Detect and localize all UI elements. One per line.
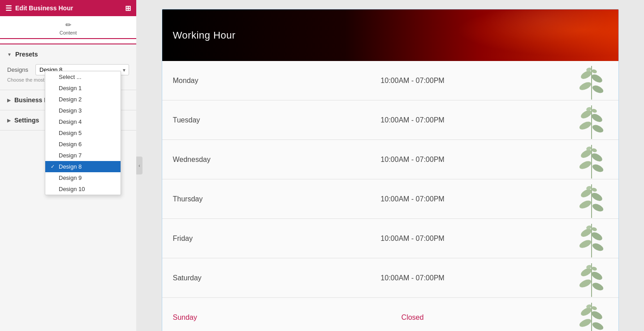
chevron-right-icon: ▶ bbox=[7, 98, 11, 103]
svg-point-34 bbox=[591, 226, 597, 232]
svg-point-3 bbox=[578, 81, 592, 92]
svg-point-37 bbox=[590, 270, 604, 281]
tab-content[interactable]: ✏ Content bbox=[0, 16, 136, 44]
time-range: 10:00AM - 07:00PM bbox=[218, 77, 608, 85]
schedule-row: Friday10:00AM - 07:00PM bbox=[162, 219, 618, 258]
dropdown-item-label: Design 2 bbox=[59, 96, 82, 103]
svg-point-29 bbox=[579, 227, 593, 238]
dropdown-item-label: Design 3 bbox=[59, 107, 82, 114]
svg-point-25 bbox=[591, 202, 604, 213]
svg-point-6 bbox=[591, 69, 597, 74]
dropdown-item-label: Select ... bbox=[59, 74, 82, 80]
plant-icon bbox=[578, 61, 605, 100]
plant-icon bbox=[578, 298, 605, 331]
svg-point-46 bbox=[591, 321, 604, 331]
svg-point-11 bbox=[591, 123, 604, 134]
svg-point-24 bbox=[578, 199, 592, 210]
plant-decoration bbox=[574, 100, 609, 139]
time-range: 10:00AM - 07:00PM bbox=[218, 195, 608, 203]
dropdown-item-8[interactable]: ✓ Design 8 bbox=[45, 161, 121, 172]
svg-point-30 bbox=[590, 231, 604, 242]
section-presets-header[interactable]: ▼ Presets bbox=[0, 44, 136, 64]
sidebar: ☰ Edit Business Hour ⊞ ✏ Content ▼ Prese… bbox=[0, 0, 136, 331]
dropdown-item-label: Design 7 bbox=[59, 152, 82, 159]
dropdown-item-label: Design 8 bbox=[59, 163, 82, 170]
dropdown-item-label: Design 9 bbox=[59, 174, 82, 181]
plant-icon bbox=[578, 140, 605, 179]
plant-decoration bbox=[574, 140, 609, 179]
check-icon: ✓ bbox=[51, 164, 56, 170]
svg-point-44 bbox=[590, 309, 604, 321]
dropdown-item-label: Design 5 bbox=[59, 130, 82, 136]
plant-decoration bbox=[574, 179, 609, 218]
svg-point-22 bbox=[579, 187, 593, 199]
svg-point-4 bbox=[591, 84, 604, 95]
svg-point-23 bbox=[590, 191, 604, 202]
dropdown-item-2[interactable]: Design 2 bbox=[45, 94, 121, 105]
time-range: 10:00AM - 07:00PM bbox=[218, 156, 608, 164]
schedule-row: SundayClosed bbox=[162, 298, 618, 331]
grid-icon[interactable]: ⊞ bbox=[125, 4, 131, 13]
sidebar-header: ☰ Edit Business Hour ⊞ bbox=[0, 0, 136, 16]
plant-icon bbox=[578, 180, 605, 218]
design-dropdown: Select ... Design 1 Design 2 Design 3 De… bbox=[45, 71, 121, 195]
plant-icon bbox=[578, 101, 605, 139]
time-range: Closed bbox=[218, 314, 608, 322]
dropdown-item-5[interactable]: Design 5 bbox=[45, 127, 121, 139]
plant-decoration bbox=[574, 219, 609, 258]
plant-icon bbox=[578, 219, 605, 257]
main-content: Working Hour Monday10:00AM - 07:00PM Tue… bbox=[136, 0, 644, 331]
time-range: 10:00AM - 07:00PM bbox=[218, 274, 608, 282]
svg-point-38 bbox=[578, 278, 592, 289]
svg-point-10 bbox=[578, 120, 592, 131]
svg-point-9 bbox=[590, 112, 604, 123]
svg-point-15 bbox=[579, 148, 593, 159]
svg-point-43 bbox=[579, 306, 593, 317]
svg-point-20 bbox=[591, 148, 597, 153]
dropdown-item-9[interactable]: Design 9 bbox=[45, 172, 121, 183]
dropdown-item-label: Design 1 bbox=[59, 85, 82, 91]
hamburger-icon[interactable]: ☰ bbox=[5, 4, 12, 13]
time-range: 10:00AM - 07:00PM bbox=[218, 235, 608, 243]
dropdown-item-7[interactable]: Design 7 bbox=[45, 150, 121, 161]
dropdown-item-1[interactable]: Design 1 bbox=[45, 83, 121, 94]
section-presets-label: Presets bbox=[15, 51, 38, 58]
schedule-list: Monday10:00AM - 07:00PM Tuesday10:00AM -… bbox=[162, 61, 618, 331]
svg-point-16 bbox=[590, 152, 604, 163]
dropdown-item-label: Design 6 bbox=[59, 141, 82, 148]
schedule-row: Saturday10:00AM - 07:00PM bbox=[162, 258, 618, 298]
sidebar-title: Edit Business Hour bbox=[15, 4, 73, 12]
tab-underline bbox=[0, 38, 136, 39]
svg-point-1 bbox=[579, 69, 593, 80]
svg-point-32 bbox=[591, 242, 604, 253]
svg-point-41 bbox=[591, 266, 597, 271]
plant-decoration bbox=[574, 258, 609, 297]
dropdown-item-label: Design 10 bbox=[59, 186, 85, 192]
dropdown-item-10[interactable]: Design 10 bbox=[45, 183, 121, 195]
chevron-down-icon: ▼ bbox=[7, 52, 12, 57]
schedule-row: Wednesday10:00AM - 07:00PM bbox=[162, 140, 618, 179]
collapse-sidebar-button[interactable]: ‹ bbox=[136, 157, 143, 174]
chevron-right-icon: ▶ bbox=[7, 118, 11, 123]
svg-point-18 bbox=[591, 163, 604, 174]
dropdown-item-6[interactable]: Design 6 bbox=[45, 139, 121, 150]
working-hour-widget: Working Hour Monday10:00AM - 07:00PM Tue… bbox=[162, 9, 619, 331]
plant-icon bbox=[578, 259, 605, 297]
widget-title: Working Hour bbox=[173, 30, 236, 41]
dropdown-item-3[interactable]: Design 3 bbox=[45, 105, 121, 116]
dropdown-item-4[interactable]: Design 4 bbox=[45, 116, 121, 127]
content-icon: ✏ bbox=[65, 21, 71, 29]
dropdown-item-label: Design 4 bbox=[59, 118, 82, 125]
chevron-left-icon: ‹ bbox=[138, 163, 140, 168]
widget-header: Working Hour bbox=[162, 9, 618, 61]
svg-point-8 bbox=[579, 109, 593, 120]
svg-point-17 bbox=[578, 160, 592, 171]
schedule-row: Thursday10:00AM - 07:00PM bbox=[162, 179, 618, 219]
schedule-row: Tuesday10:00AM - 07:00PM bbox=[162, 100, 618, 140]
svg-point-31 bbox=[578, 239, 592, 250]
plant-decoration bbox=[574, 61, 609, 100]
dropdown-item-select[interactable]: Select ... bbox=[45, 71, 121, 83]
designs-label: Designs bbox=[7, 66, 32, 73]
time-range: 10:00AM - 07:00PM bbox=[218, 116, 608, 124]
svg-point-2 bbox=[590, 73, 604, 84]
